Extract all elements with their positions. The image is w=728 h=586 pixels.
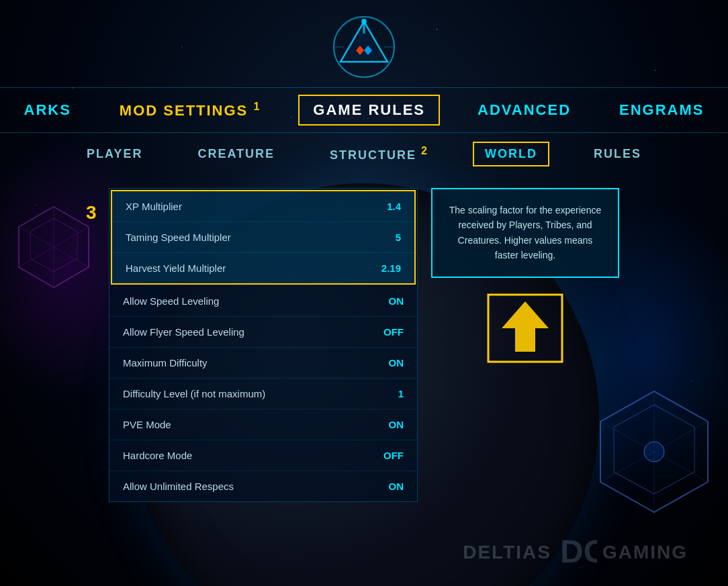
panel-area: 3 XP Multiplier 1.4 Taming Speed Multipl… [0,188,728,502]
setting-row-difficulty-level[interactable]: Difficulty Level (if not maximum) 1 [109,379,417,409]
difficulty-level-label: Difficulty Level (if not maximum) [123,388,265,399]
annotation-3: 3 [86,202,97,224]
flyer-speed-label: Allow Flyer Speed Leveling [123,326,244,338]
settings-panel: 3 XP Multiplier 1.4 Taming Speed Multipl… [109,188,418,502]
nav-advanced[interactable]: ADVANCED [467,96,582,124]
sub-nav: PLAYER CREATURE STRUCTURE 2 WORLD RULES [0,133,728,175]
svg-point-17 [361,19,367,24]
setting-row-max-difficulty[interactable]: Maximum Difficulty ON [109,348,417,379]
difficulty-level-value: 1 [398,388,404,399]
unlimited-respecs-label: Allow Unlimited Respecs [123,481,234,492]
setting-row-xp-multiplier[interactable]: XP Multiplier 1.4 [112,191,414,222]
mod-badge: 1 [253,101,261,112]
harvest-yield-label: Harvest Yield Multipler [126,262,226,274]
pve-mode-label: PVE Mode [123,419,171,430]
max-difficulty-value: ON [389,357,404,369]
ark-logo [330,13,398,81]
sub-nav-player[interactable]: PLAYER [76,143,153,165]
xp-multiplier-value: 1.4 [387,201,401,212]
sub-nav-structure[interactable]: STRUCTURE 2 [319,141,439,166]
sub-nav-creature[interactable]: CREATURE [187,143,285,165]
max-difficulty-label: Maximum Difficulty [123,357,208,369]
allow-speed-label: Allow Speed Leveling [123,295,219,307]
allow-speed-value: ON [389,295,404,307]
info-panel: The scaling factor for the experience re… [431,188,619,502]
pve-mode-value: ON [389,419,404,430]
highlighted-settings-group: XP Multiplier 1.4 Taming Speed Multipler… [111,190,416,285]
hardcore-mode-label: Hardcore Mode [123,450,192,461]
setting-row-pve-mode[interactable]: PVE Mode ON [109,409,417,440]
svg-marker-22 [502,301,549,352]
nav-mod-settings[interactable]: MOD SETTINGS 1 [109,95,271,125]
harvest-yield-value: 2.19 [381,262,401,274]
setting-row-hardcore-mode[interactable]: Hardcore Mode OFF [109,440,417,471]
taming-speed-label: Taming Speed Multipler [126,232,231,243]
logo-container [0,0,728,81]
nav-arks[interactable]: ARKS [13,96,82,124]
structure-badge: 2 [421,145,428,156]
setting-row-unlimited-respecs[interactable]: Allow Unlimited Respecs ON [109,471,417,501]
unlimited-respecs-value: ON [389,481,404,492]
setting-row-harvest-yield[interactable]: Harvest Yield Multipler 2.19 [112,253,414,283]
nav-engrams[interactable]: ENGRAMS [608,96,715,124]
setting-row-taming-speed[interactable]: Taming Speed Multipler 5 [112,222,414,253]
sub-nav-rules[interactable]: RULES [583,143,652,165]
main-nav: ARKS MOD SETTINGS 1 GAME RULES ADVANCED … [0,87,728,133]
flyer-speed-value: OFF [383,326,404,338]
info-box-text: The scaling factor for the experience re… [449,205,601,260]
taming-speed-value: 5 [396,232,401,243]
nav-game-rules[interactable]: GAME RULES [298,95,440,126]
info-box: The scaling factor for the experience re… [431,188,619,278]
xp-multiplier-label: XP Multiplier [126,201,182,212]
sub-nav-world[interactable]: WORLD [473,142,549,166]
setting-row-flyer-speed[interactable]: Allow Flyer Speed Leveling OFF [109,317,417,348]
hardcore-mode-value: OFF [383,450,404,461]
arrow-up-indicator [485,291,565,365]
setting-row-allow-speed[interactable]: Allow Speed Leveling ON [109,286,417,317]
